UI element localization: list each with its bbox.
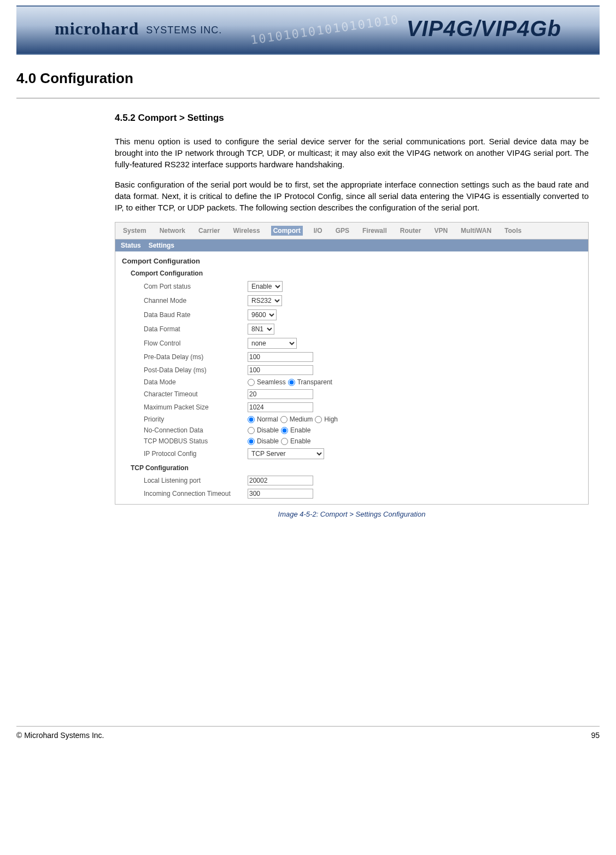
- inp-pre-delay[interactable]: [248, 352, 313, 362]
- row-data-mode: Data Mode Seamless Transparent: [115, 377, 588, 388]
- tab-gps[interactable]: GPS: [333, 226, 351, 236]
- inp-max-packet[interactable]: [248, 402, 313, 412]
- lbl-priority: Priority: [144, 415, 242, 423]
- radio-normal[interactable]: [248, 416, 255, 423]
- inp-listen-port[interactable]: [248, 476, 313, 485]
- row-post-delay: Post-Data Delay (ms): [115, 364, 588, 377]
- config-ui-screenshot: System Network Carrier Wireless Comport …: [115, 222, 589, 505]
- lbl-modbus: TCP MODBUS Status: [144, 437, 242, 445]
- row-inc-timeout: Incoming Connection Timeout: [115, 487, 588, 504]
- radio-seamless[interactable]: [248, 379, 255, 386]
- page-banner: 101010101010101010 microhard SYSTEMS INC…: [16, 5, 600, 55]
- opt-medium: Medium: [290, 415, 313, 423]
- inp-inc-timeout[interactable]: [248, 489, 313, 499]
- section-title: Comport Configuration: [115, 251, 588, 266]
- paragraph-1: This menu option is used to configure th…: [115, 136, 589, 170]
- brand-main: microhard: [55, 19, 139, 38]
- footer-page-number: 95: [591, 731, 600, 740]
- tab-firewall[interactable]: Firewall: [360, 226, 389, 236]
- opt-mb-enable: Enable: [290, 437, 310, 445]
- radio-nc-enable[interactable]: [281, 427, 288, 434]
- brand-logo: microhard SYSTEMS INC.: [55, 19, 222, 39]
- tab-vpn[interactable]: VPN: [432, 226, 450, 236]
- lbl-data-mode: Data Mode: [144, 378, 242, 386]
- sel-ip-proto[interactable]: TCP Server: [248, 448, 324, 459]
- lbl-channel-mode: Channel Mode: [144, 297, 242, 304]
- opt-nc-disable: Disable: [257, 426, 279, 434]
- radio-medium[interactable]: [280, 416, 288, 423]
- group2-title: TCP Configuration: [115, 461, 588, 474]
- row-no-conn: No-Connection Data Disable Enable: [115, 425, 588, 436]
- tab-io[interactable]: I/O: [312, 226, 325, 236]
- opt-transparent: Transparent: [297, 378, 332, 386]
- paragraph-2: Basic configuration of the serial port w…: [115, 179, 589, 213]
- sel-channel-mode[interactable]: RS232: [248, 295, 282, 306]
- group1-title: Comport Configuration: [115, 266, 588, 279]
- sel-flow-control[interactable]: none: [248, 338, 297, 349]
- row-listen-port: Local Listening port: [115, 474, 588, 487]
- row-data-format: Data Format 8N1: [115, 322, 588, 336]
- content-area: 4.5.2 Comport > Settings This menu optio…: [115, 113, 589, 518]
- page-footer: © Microhard Systems Inc. 95: [16, 726, 600, 740]
- sel-com-port-status[interactable]: Enable: [248, 281, 283, 292]
- subtab-settings[interactable]: Settings: [149, 242, 174, 249]
- radio-mb-enable[interactable]: [281, 438, 288, 445]
- tab-carrier[interactable]: Carrier: [196, 226, 222, 236]
- opt-seamless: Seamless: [257, 378, 286, 386]
- lbl-data-format: Data Format: [144, 325, 242, 333]
- row-channel-mode: Channel Mode RS232: [115, 294, 588, 308]
- top-nav: System Network Carrier Wireless Comport …: [115, 222, 588, 239]
- product-name: VIP4G/VIP4Gb: [407, 16, 561, 41]
- banner-bits: 101010101010101010: [249, 13, 400, 47]
- tab-tools[interactable]: Tools: [502, 226, 524, 236]
- sel-data-format[interactable]: 8N1: [248, 324, 274, 335]
- tab-network[interactable]: Network: [157, 226, 187, 236]
- tab-system[interactable]: System: [121, 226, 149, 236]
- lbl-flow-control: Flow Control: [144, 339, 242, 347]
- tab-comport[interactable]: Comport: [271, 226, 303, 236]
- section-heading: 4.5.2 Comport > Settings: [115, 113, 589, 124]
- lbl-no-conn: No-Connection Data: [144, 426, 242, 434]
- inp-post-delay[interactable]: [248, 365, 313, 375]
- lbl-max-packet: Maximum Packet Size: [144, 403, 242, 411]
- lbl-baud-rate: Data Baud Rate: [144, 311, 242, 319]
- row-flow-control: Flow Control none: [115, 336, 588, 350]
- opt-high: High: [324, 415, 338, 423]
- tab-router[interactable]: Router: [398, 226, 424, 236]
- opt-nc-enable: Enable: [290, 426, 310, 434]
- tab-wireless[interactable]: Wireless: [231, 226, 262, 236]
- row-max-packet: Maximum Packet Size: [115, 401, 588, 414]
- figure-caption: Image 4-5-2: Comport > Settings Configur…: [115, 510, 589, 518]
- opt-mb-disable: Disable: [257, 437, 279, 445]
- row-priority: Priority Normal Medium High: [115, 414, 588, 425]
- sel-baud-rate[interactable]: 9600: [248, 309, 277, 320]
- row-pre-delay: Pre-Data Delay (ms): [115, 350, 588, 364]
- lbl-listen-port: Local Listening port: [144, 477, 242, 484]
- footer-left: © Microhard Systems Inc.: [16, 731, 104, 740]
- row-baud-rate: Data Baud Rate 9600: [115, 308, 588, 322]
- subtab-status[interactable]: Status: [121, 242, 141, 249]
- radio-transparent[interactable]: [288, 379, 295, 386]
- tab-multiwan[interactable]: MultiWAN: [459, 226, 494, 236]
- title-divider: [16, 98, 600, 98]
- row-modbus: TCP MODBUS Status Disable Enable: [115, 436, 588, 447]
- lbl-char-timeout: Character Timeout: [144, 390, 242, 398]
- inp-char-timeout[interactable]: [248, 389, 313, 399]
- lbl-post-delay: Post-Data Delay (ms): [144, 366, 242, 374]
- opt-normal: Normal: [257, 415, 278, 423]
- row-ip-proto: IP Protocol Config TCP Server: [115, 447, 588, 461]
- lbl-pre-delay: Pre-Data Delay (ms): [144, 353, 242, 361]
- radio-mb-disable[interactable]: [248, 438, 255, 445]
- lbl-com-port-status: Com Port status: [144, 283, 242, 290]
- row-char-timeout: Character Timeout: [115, 388, 588, 401]
- lbl-inc-timeout: Incoming Connection Timeout: [144, 490, 242, 497]
- page-title: 4.0 Configuration: [16, 70, 600, 87]
- lbl-ip-proto: IP Protocol Config: [144, 450, 242, 458]
- radio-high[interactable]: [315, 416, 322, 423]
- sub-nav: Status Settings: [115, 239, 588, 251]
- brand-sub: SYSTEMS INC.: [146, 25, 222, 36]
- radio-nc-disable[interactable]: [248, 427, 255, 434]
- row-com-port-status: Com Port status Enable: [115, 279, 588, 294]
